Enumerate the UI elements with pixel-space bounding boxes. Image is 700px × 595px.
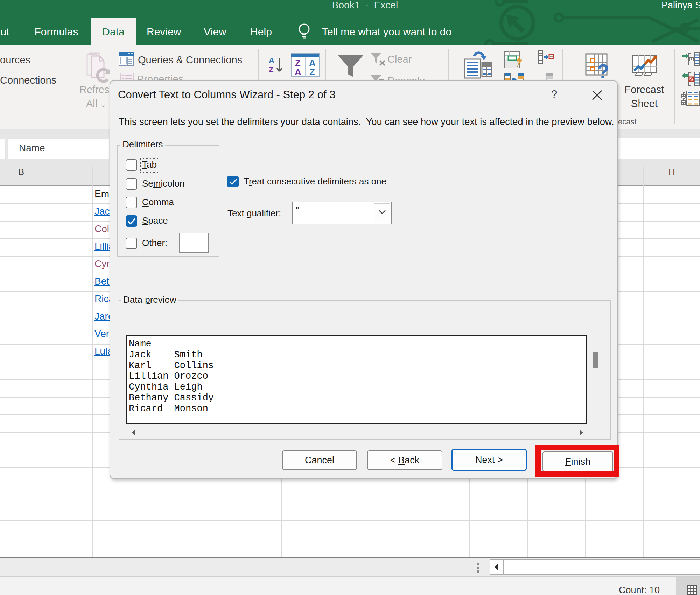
svg-text:?: ?: [597, 60, 609, 81]
svg-text:Z: Z: [309, 67, 315, 77]
svg-text:A: A: [269, 56, 274, 65]
svg-text:Z: Z: [269, 65, 273, 74]
svg-text:A: A: [295, 67, 301, 77]
